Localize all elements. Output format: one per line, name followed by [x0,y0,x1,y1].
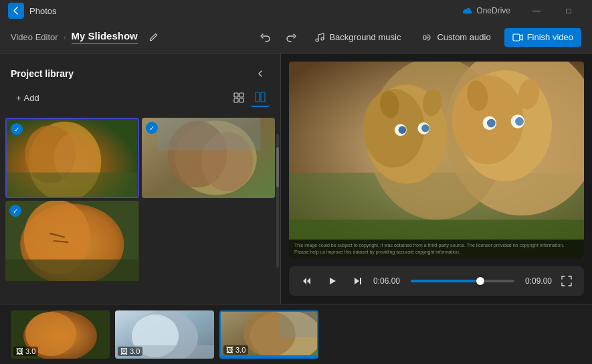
orange-tiger-thumbnail [5,201,139,281]
film-item[interactable]: 🖼 3.0 [11,310,110,359]
progress-bar[interactable] [411,280,514,282]
maximize-button[interactable]: □ [553,0,584,21]
main-content: Project library + Add [0,54,592,304]
add-label: Add [24,93,39,103]
svg-rect-7 [239,98,243,102]
minimize-button[interactable]: — [521,0,552,21]
background-music-label: Background music [329,32,401,42]
mountain-cubs-thumbnail [142,118,276,198]
panel-toolbar: + Add [0,88,280,115]
collapse-panel-button[interactable] [251,64,270,83]
progress-fill [411,280,480,282]
svg-rect-6 [234,98,238,102]
media-item[interactable]: ✓ [5,118,139,198]
undo-button[interactable] [256,27,277,48]
svg-point-0 [316,39,318,41]
progress-thumb[interactable] [476,277,484,285]
breadcrumb-video-editor[interactable]: Video Editor [11,32,58,42]
right-panel: This image could be subject to copyright… [281,54,592,304]
step-forward-button[interactable] [348,271,368,291]
panel-header: Project library [0,54,280,88]
media-grid: ✓ [0,115,280,304]
video-icon [512,32,523,43]
film-duration: 3.0 [130,347,140,355]
svg-rect-2 [423,35,426,39]
media-item[interactable]: ✓ [142,118,276,198]
svg-rect-5 [239,93,243,97]
film-item[interactable]: 🖼 3.0 [219,310,318,359]
custom-audio-button[interactable]: Custom audio [414,28,498,47]
media-item[interactable]: ✓ [5,201,139,281]
svg-rect-25 [5,260,139,281]
add-icon: + [16,93,21,103]
project-library-title: Project library [11,68,74,79]
current-time: 0:06.00 [373,276,405,286]
left-panel: Project library + Add [0,54,281,304]
scrollbar-thumb[interactable] [276,147,279,187]
play-icon [328,276,337,286]
onedrive-label: OneDrive [476,6,510,15]
media-thumbnail [7,119,138,197]
redo-icon [284,31,296,43]
grid-2-icon [255,92,266,102]
toolbar-left: Video Editor › My Slideshow [11,27,250,48]
video-caption: This image could be subject to copyright… [289,240,584,258]
svg-point-43 [399,126,407,134]
selected-indicator: ✓ [9,205,21,217]
finish-video-label: Finish video [527,32,573,42]
media-thumbnail [5,201,139,281]
selected-indicator: ✓ [11,123,23,135]
toolbar-undo-redo [256,27,301,48]
film-icon: 🖼 [16,347,23,355]
svg-rect-47 [360,278,361,284]
chevron-left-icon [255,68,266,79]
rewind-icon [302,276,312,286]
onedrive-area[interactable]: OneDrive [462,5,510,16]
edit-title-button[interactable] [143,27,163,48]
music-icon [314,32,325,43]
grid-4-icon [233,92,244,103]
film-duration: 3.0 [25,347,35,355]
svg-rect-3 [513,34,520,41]
breadcrumb-separator: › [64,33,66,42]
custom-audio-label: Custom audio [437,32,490,42]
back-button[interactable] [8,3,24,19]
svg-point-37 [515,117,524,126]
window-controls: — □ [521,0,584,21]
svg-point-35 [487,119,496,128]
grid-view-4-button[interactable] [229,88,248,107]
redo-button[interactable] [280,27,301,48]
title-bar-right: OneDrive — □ [462,0,584,21]
svg-rect-14 [7,173,138,197]
audio-icon [422,32,433,43]
play-button[interactable] [322,271,342,291]
rewind-button[interactable] [297,271,317,291]
selected-indicator: ✓ [146,122,158,134]
grid-view-2-button[interactable] [251,88,270,107]
filmstrip: 🖼 3.0 🖼 3.0 [0,304,592,364]
film-icon: 🖼 [120,347,128,355]
undo-icon [260,31,272,43]
video-frame [289,62,584,258]
film-item[interactable]: 🖼 3.0 [115,310,214,359]
add-media-button[interactable]: + Add [11,90,45,106]
toolbar-right: Background music Custom audio Finish vid… [306,28,581,47]
step-forward-icon [353,276,363,286]
pencil-icon [148,32,159,43]
background-music-button[interactable]: Background music [306,28,409,47]
slideshow-title[interactable]: My Slideshow [72,30,138,44]
view-toggle [229,88,270,107]
video-controls: 0:06.00 0:09.00 [289,266,584,296]
fullscreen-icon [561,276,572,286]
end-time: 0:09.00 [520,276,552,286]
tiger-cubs-thumbnail [7,119,138,197]
toolbar: Video Editor › My Slideshow [0,21,592,54]
caption-text: This image could be subject to copyright… [294,243,564,254]
fullscreen-button[interactable] [557,272,576,290]
svg-rect-9 [261,92,265,102]
title-bar-left: Photos [8,3,56,19]
app-title: Photos [29,6,56,16]
film-duration: 3.0 [235,346,245,354]
finish-video-button[interactable]: Finish video [504,28,581,47]
video-preview: This image could be subject to copyright… [289,62,584,258]
